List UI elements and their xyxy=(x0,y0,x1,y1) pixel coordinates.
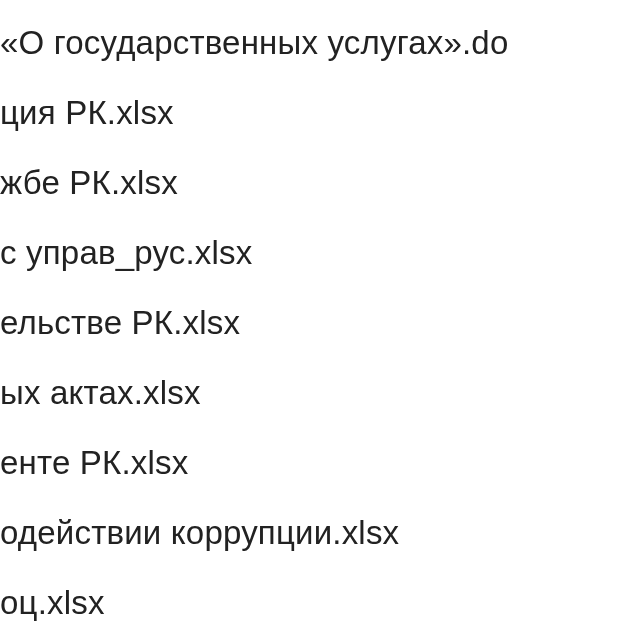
file-name-label: енте РК.xlsx xyxy=(0,444,188,482)
list-item[interactable]: жбе РК.xlsx xyxy=(0,148,640,218)
file-name-label: ых актах.xlsx xyxy=(0,374,201,412)
list-item[interactable]: «О государственных услугах».do xyxy=(0,8,640,78)
file-name-label: с управ_рус.xlsx xyxy=(0,234,252,272)
list-item[interactable]: оц.xlsx xyxy=(0,568,640,638)
file-name-label: ция РК.xlsx xyxy=(0,94,174,132)
file-name-label: ельстве РК.xlsx xyxy=(0,304,240,342)
list-item[interactable]: с управ_рус.xlsx xyxy=(0,218,640,288)
list-item[interactable]: одействии коррупции.xlsx xyxy=(0,498,640,568)
file-list: «О государственных услугах».do ция РК.xl… xyxy=(0,0,640,638)
list-item[interactable]: ция РК.xlsx xyxy=(0,78,640,148)
list-item[interactable]: ельстве РК.xlsx xyxy=(0,288,640,358)
file-name-label: жбе РК.xlsx xyxy=(0,164,178,202)
list-item[interactable]: ых актах.xlsx xyxy=(0,358,640,428)
file-name-label: одействии коррупции.xlsx xyxy=(0,514,399,552)
list-item[interactable]: енте РК.xlsx xyxy=(0,428,640,498)
file-name-label: оц.xlsx xyxy=(0,584,105,622)
file-name-label: «О государственных услугах».do xyxy=(0,24,508,62)
